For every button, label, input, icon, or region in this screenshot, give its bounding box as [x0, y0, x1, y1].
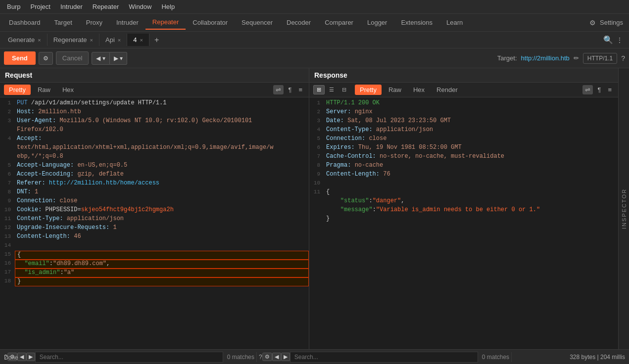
request-search-bar: [35, 352, 223, 363]
next-button[interactable]: ▶ ▾: [110, 52, 127, 65]
response-search-input[interactable]: [290, 352, 478, 363]
request-line: 15{: [0, 251, 309, 260]
menu-intruder[interactable]: Intruder: [55, 1, 88, 12]
response-matches: 0 matches: [478, 354, 509, 361]
request-tab-raw[interactable]: Raw: [33, 85, 55, 95]
toolbar: Send ⚙ Cancel ◀ ▾ ▶ ▾ Target: http://2mi…: [0, 48, 629, 68]
response-view-icons: ⊞ ☰ ⊟: [313, 85, 350, 94]
response-line: 1HTTP/1.1 200 OK: [309, 99, 618, 108]
tab-target[interactable]: Target: [48, 16, 79, 29]
repeater-tab-4[interactable]: 4 ×: [127, 34, 149, 46]
response-line: 2Server: nginx: [309, 108, 618, 117]
tab-extensions[interactable]: Extensions: [394, 16, 439, 29]
tab-sequencer[interactable]: Sequencer: [235, 16, 280, 29]
send-options-icon[interactable]: ⚙: [39, 52, 53, 65]
tab-intruder[interactable]: Intruder: [109, 16, 145, 29]
request-line: 12Upgrade-Insecure-Requests: 1: [0, 224, 309, 233]
response-wrap-icon[interactable]: ⇌: [582, 85, 593, 94]
tab-collaborator[interactable]: Collaborator: [186, 16, 235, 29]
response-line: 11{: [309, 188, 618, 197]
cancel-button[interactable]: Cancel: [56, 51, 89, 65]
request-line: 8DNT: 1: [0, 188, 309, 197]
request-code-area[interactable]: 1PUT /api/v1/admin/settings/update HTTP/…: [0, 97, 309, 349]
settings-label[interactable]: Settings: [600, 19, 623, 26]
tab-comparer[interactable]: Comparer: [318, 16, 360, 29]
status-bar: ? ⚙ ◀ ▶ 0 matches ? ⚙ ◀ ▶ 0 matches Done…: [0, 349, 629, 364]
prev-button[interactable]: ◀ ▾: [92, 52, 109, 65]
request-line: 5Accept-Language: en-US,en;q=0.5: [0, 162, 309, 171]
response-line: 5Connection: close: [309, 135, 618, 144]
http-version[interactable]: HTTP/1.1: [583, 53, 617, 64]
send-button[interactable]: Send: [4, 51, 36, 65]
response-columns-icon[interactable]: ⊟: [339, 85, 350, 94]
status-prev-icon[interactable]: ◀: [17, 353, 26, 361]
response-tab-raw[interactable]: Raw: [384, 85, 406, 95]
add-tab-button[interactable]: +: [149, 33, 164, 47]
close-generate-icon[interactable]: ×: [38, 37, 41, 43]
request-line: 18}: [0, 277, 309, 286]
main-area: Request Pretty Raw Hex ⇌ ¶ ≡ 1PUT /api/v…: [0, 68, 629, 349]
request-line: 2Host: 2million.htb: [0, 108, 309, 117]
menu-project[interactable]: Project: [25, 1, 55, 12]
menu-burp[interactable]: Burp: [2, 1, 25, 12]
response-tab-hex[interactable]: Hex: [408, 85, 430, 95]
status-help-icon-right[interactable]: ?: [259, 354, 262, 361]
repeater-tab-regenerate[interactable]: Regenerate ×: [48, 34, 99, 46]
tab-logger[interactable]: Logger: [360, 16, 394, 29]
search-icon[interactable]: 🔍: [603, 35, 613, 45]
tab-dashboard[interactable]: Dashboard: [2, 16, 48, 29]
response-line: 4Content-Type: application/json: [309, 126, 618, 135]
request-wrap-icon[interactable]: ⇌: [273, 85, 284, 94]
settings-gear-icon[interactable]: ⚙: [589, 19, 596, 27]
request-panel: Request Pretty Raw Hex ⇌ ¶ ≡ 1PUT /api/v…: [0, 68, 309, 349]
response-tab-render[interactable]: Render: [432, 85, 463, 95]
request-line: 17 "is_admin":"a": [0, 269, 309, 277]
close-api-icon[interactable]: ×: [118, 37, 121, 43]
request-more-icon[interactable]: ≡: [296, 85, 305, 94]
status-next-icon-right[interactable]: ▶: [281, 353, 290, 361]
status-prev-icon-right[interactable]: ◀: [272, 353, 281, 361]
repeater-tabs: Generate × Regenerate × Api × 4 × + 🔍 ⋮: [0, 32, 629, 48]
done-label: Done: [4, 354, 18, 361]
response-code-area[interactable]: 1HTTP/1.1 200 OK2Server: nginx3Date: Sat…: [309, 97, 618, 349]
target-url[interactable]: http://2million.htb: [521, 54, 570, 62]
request-line: 3User-Agent: Mozilla/5.0 (Windows NT 10.…: [0, 117, 309, 126]
tab-repeater[interactable]: Repeater: [145, 15, 186, 30]
response-view-options: ⇌ ¶ ≡: [582, 85, 614, 94]
close-4-icon[interactable]: ×: [140, 37, 143, 43]
close-regenerate-icon[interactable]: ×: [90, 37, 93, 43]
repeater-tab-generate[interactable]: Generate ×: [2, 34, 48, 46]
tab-decoder[interactable]: Decoder: [280, 16, 318, 29]
menu-repeater[interactable]: Repeater: [88, 1, 124, 12]
menu-help[interactable]: Help: [156, 1, 180, 12]
request-panel-tabs: Pretty Raw Hex ⇌ ¶ ≡: [0, 83, 309, 97]
response-line: "message":"Variable is_admin needs to be…: [309, 206, 618, 215]
response-panel-tabs: ⊞ ☰ ⊟ Pretty Raw Hex Render ⇌ ¶ ≡: [309, 83, 618, 97]
status-settings-icon-right[interactable]: ⚙: [262, 353, 272, 361]
history-nav: ◀ ▾ ▶ ▾: [92, 52, 127, 65]
response-more-icon[interactable]: ≡: [605, 85, 614, 94]
request-search-input[interactable]: [35, 352, 223, 363]
response-tab-pretty[interactable]: Pretty: [355, 85, 382, 95]
request-line: 14: [0, 242, 309, 251]
tab-proxy[interactable]: Proxy: [79, 16, 109, 29]
request-tab-hex[interactable]: Hex: [57, 85, 79, 95]
repeater-tab-api[interactable]: Api ×: [99, 34, 127, 46]
response-line: 6Expires: Thu, 19 Nov 1981 08:52:00 GMT: [309, 144, 618, 153]
edit-target-icon[interactable]: ✏: [574, 54, 579, 62]
response-lines-icon[interactable]: ¶: [595, 85, 603, 94]
tab-search-area: 🔍 ⋮: [603, 35, 627, 45]
help-icon[interactable]: ?: [621, 54, 625, 62]
request-tab-pretty[interactable]: Pretty: [4, 85, 31, 95]
more-options-icon[interactable]: ⋮: [616, 36, 623, 44]
response-grid-icon[interactable]: ⊞: [313, 85, 325, 94]
tab-learn[interactable]: Learn: [439, 16, 470, 29]
inspector-panel: INSPECTOR: [618, 68, 629, 349]
request-lines-icon[interactable]: ¶: [286, 85, 294, 94]
request-line: 13Content-Length: 46: [0, 233, 309, 242]
response-list-icon[interactable]: ☰: [326, 85, 338, 94]
request-line: 16 "email":"dh89.dh89.com",: [0, 260, 309, 269]
menu-window[interactable]: Window: [124, 1, 156, 12]
response-line: "status":"danger",: [309, 197, 618, 206]
status-next-icon[interactable]: ▶: [26, 353, 35, 361]
